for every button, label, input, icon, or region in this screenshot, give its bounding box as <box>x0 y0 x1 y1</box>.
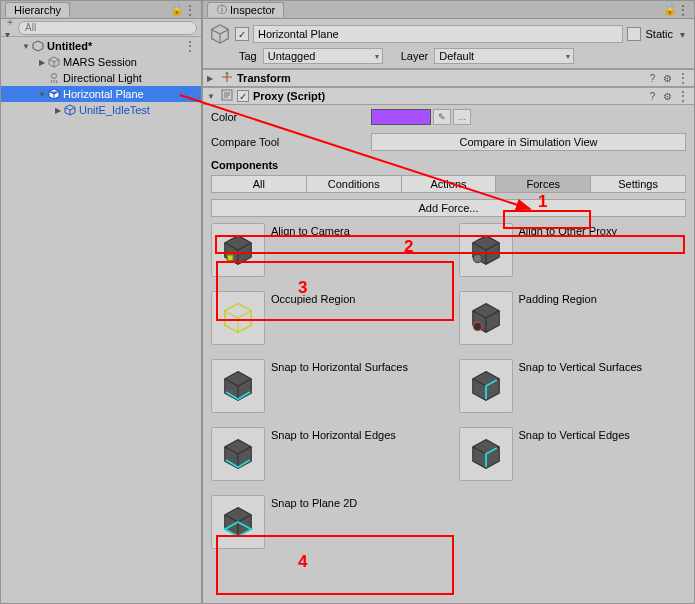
svg-rect-2 <box>227 255 233 261</box>
svg-point-3 <box>473 254 481 262</box>
hierarchy-item[interactable]: ▼Horizontal Plane <box>1 86 201 102</box>
help-icon[interactable]: ? <box>647 91 658 102</box>
layer-dropdown[interactable]: Default <box>434 48 574 64</box>
force-item[interactable]: Align to Other Proxy <box>459 223 687 283</box>
scene-menu-icon[interactable]: ⋮ <box>184 39 197 53</box>
static-dropdown-icon[interactable]: ▾ <box>677 29 688 40</box>
inspector-info-icon: ⓘ <box>216 5 227 16</box>
foldout-icon[interactable]: ▼ <box>207 92 217 101</box>
proxy-enabled-checkbox[interactable] <box>237 90 249 102</box>
force-thumbnail-icon <box>211 223 265 277</box>
force-label: Align to Camera <box>271 223 350 237</box>
color-swatch[interactable] <box>371 109 431 125</box>
inspector-panel: ⓘ Inspector 🔒 ⋮ Static ▾ Tag Untagged La… <box>202 0 695 604</box>
components-label: Components <box>211 159 686 171</box>
foldout-icon[interactable]: ▶ <box>207 74 217 83</box>
hierarchy-header: Hierarchy 🔒 ⋮ <box>1 1 201 19</box>
gameobject-header: Static ▾ Tag Untagged Layer Default <box>203 19 694 69</box>
scene-name: Untitled* <box>47 40 92 52</box>
scene-icon <box>31 39 45 53</box>
hierarchy-toolbar: ＋▾ <box>1 19 201 37</box>
layer-label: Layer <box>401 50 429 62</box>
force-item[interactable]: Snap to Vertical Edges <box>459 427 687 487</box>
force-label: Align to Other Proxy <box>519 223 617 237</box>
transform-component-header[interactable]: ▶ Transform ? ⚙ ⋮ <box>203 69 694 87</box>
hierarchy-tree: ▼ Untitled* ⋮ ▶MARS SessionDirectional L… <box>1 37 201 603</box>
proxy-component-header[interactable]: ▼ Proxy (Script) ? ⚙ ⋮ <box>203 87 694 105</box>
light-icon <box>47 71 61 85</box>
eyedropper-icon[interactable]: ✎ <box>433 109 451 125</box>
force-label: Padding Region <box>519 291 597 305</box>
force-label: Snap to Horizontal Surfaces <box>271 359 408 373</box>
tag-dropdown[interactable]: Untagged <box>263 48 383 64</box>
proxy-body: Color ✎ … Compare Tool Compare in Simula… <box>203 105 694 559</box>
hierarchy-item[interactable]: ▶MARS Session <box>1 54 201 70</box>
lock-icon[interactable]: 🔒 <box>664 4 675 15</box>
force-thumbnail-icon <box>211 291 265 345</box>
force-thumbnail-icon <box>211 359 265 413</box>
force-thumbnail-icon <box>211 495 265 549</box>
static-checkbox[interactable] <box>627 27 641 41</box>
cube-icon <box>63 103 77 117</box>
component-tab-settings[interactable]: Settings <box>590 175 686 193</box>
lock-icon[interactable]: 🔒 <box>171 4 182 15</box>
force-thumbnail-icon <box>459 223 513 277</box>
component-tab-actions[interactable]: Actions <box>401 175 496 193</box>
component-tab-forces[interactable]: Forces <box>495 175 590 193</box>
force-label: Snap to Plane 2D <box>271 495 357 509</box>
transform-icon <box>221 71 233 85</box>
force-item[interactable]: Snap to Plane 2D <box>211 495 439 555</box>
force-item[interactable]: Occupied Region <box>211 291 439 351</box>
static-label: Static <box>645 28 673 40</box>
foldout-icon[interactable]: ▶ <box>53 106 63 115</box>
inspector-tab[interactable]: ⓘ Inspector <box>207 2 284 17</box>
gameobject-name-input[interactable] <box>253 25 623 43</box>
cube-icon <box>47 87 61 101</box>
force-item[interactable]: Snap to Vertical Surfaces <box>459 359 687 419</box>
hierarchy-item[interactable]: Directional Light <box>1 70 201 86</box>
help-icon[interactable]: ? <box>647 73 658 84</box>
inspector-header: ⓘ Inspector 🔒 ⋮ <box>203 1 694 19</box>
component-tab-conditions[interactable]: Conditions <box>306 175 401 193</box>
svg-point-0 <box>52 74 57 79</box>
force-item[interactable]: Snap to Horizontal Surfaces <box>211 359 439 419</box>
create-icon[interactable]: ＋▾ <box>5 22 16 33</box>
script-icon <box>221 89 233 103</box>
hierarchy-item-label: UnitE_IdleTest <box>79 104 150 116</box>
inspector-menu-icon[interactable]: ⋮ <box>677 3 690 17</box>
color-more-button[interactable]: … <box>453 109 471 125</box>
component-menu-icon[interactable]: ⋮ <box>677 71 690 85</box>
hierarchy-item[interactable]: ▶UnitE_IdleTest <box>1 102 201 118</box>
force-label: Snap to Horizontal Edges <box>271 427 396 441</box>
force-item[interactable]: Padding Region <box>459 291 687 351</box>
foldout-icon[interactable]: ▼ <box>21 42 31 51</box>
hierarchy-menu-icon[interactable]: ⋮ <box>184 3 197 17</box>
add-force-button[interactable]: Add Force... <box>211 199 686 217</box>
hierarchy-search-input[interactable] <box>18 21 197 35</box>
color-label: Color <box>211 111 371 123</box>
force-label: Snap to Vertical Edges <box>519 427 630 441</box>
force-item[interactable]: Align to Camera <box>211 223 439 283</box>
force-thumbnail-icon <box>211 427 265 481</box>
gameobject-enabled-checkbox[interactable] <box>235 27 249 41</box>
gameobject-cube-icon <box>209 23 231 45</box>
cube-icon <box>47 55 61 69</box>
inspector-tab-label: Inspector <box>230 4 275 16</box>
scene-row[interactable]: ▼ Untitled* ⋮ <box>1 38 201 54</box>
hierarchy-item-label: Directional Light <box>63 72 142 84</box>
preset-icon[interactable]: ⚙ <box>662 91 673 102</box>
svg-point-4 <box>473 322 481 330</box>
hierarchy-tab-label: Hierarchy <box>14 4 61 16</box>
component-tab-all[interactable]: All <box>211 175 306 193</box>
compare-button[interactable]: Compare in Simulation View <box>371 133 686 151</box>
force-grid: Align to CameraAlign to Other ProxyOccup… <box>211 223 686 555</box>
hierarchy-panel: Hierarchy 🔒 ⋮ ＋▾ ▼ Untitled* ⋮ ▶MARS Ses… <box>0 0 202 604</box>
force-item[interactable]: Snap to Horizontal Edges <box>211 427 439 487</box>
foldout-icon[interactable]: ▶ <box>37 58 47 67</box>
foldout-icon[interactable]: ▼ <box>37 90 47 99</box>
component-menu-icon[interactable]: ⋮ <box>677 89 690 103</box>
proxy-title: Proxy (Script) <box>253 90 643 102</box>
hierarchy-item-label: MARS Session <box>63 56 137 68</box>
transform-title: Transform <box>237 72 643 84</box>
preset-icon[interactable]: ⚙ <box>662 73 673 84</box>
